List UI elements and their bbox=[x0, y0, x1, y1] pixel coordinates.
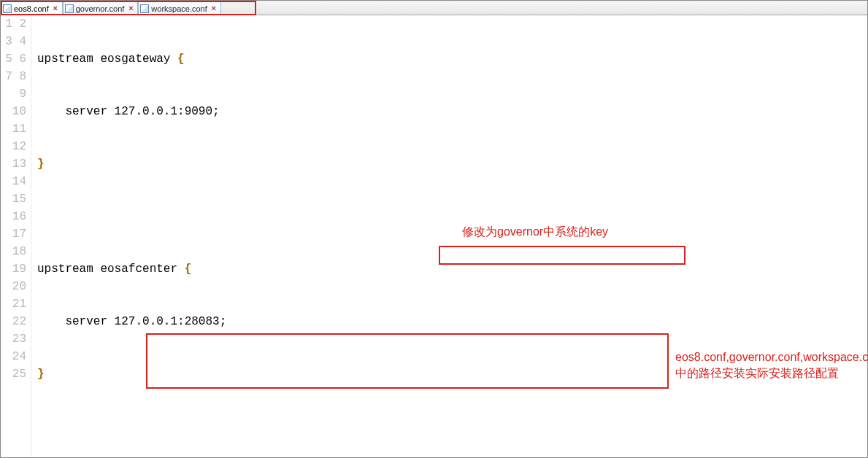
close-icon[interactable]: × bbox=[210, 5, 218, 12]
file-icon bbox=[140, 4, 149, 13]
editor-window: eos8.conf × governor.conf × workspace.co… bbox=[0, 0, 868, 458]
brace-close: } bbox=[37, 158, 45, 171]
line-number-gutter: 1 2 3 4 5 6 7 8 9 10 11 12 13 14 15 16 1… bbox=[1, 15, 31, 457]
annotation-text-key: 修改为governor中系统的key bbox=[462, 224, 608, 240]
brace-open: { bbox=[177, 53, 185, 66]
brace-open: { bbox=[185, 263, 192, 276]
close-icon[interactable]: × bbox=[127, 5, 134, 12]
tab-workspace-conf[interactable]: workspace.conf × bbox=[138, 1, 220, 15]
tab-label: eos8.conf bbox=[14, 4, 49, 13]
code-text: upstream eosgateway bbox=[37, 53, 177, 66]
file-icon bbox=[3, 4, 12, 13]
code-text: upstream eosafcenter bbox=[37, 263, 185, 276]
file-icon bbox=[65, 4, 74, 13]
tab-governor-conf[interactable]: governor.conf × bbox=[63, 1, 139, 15]
tab-label: governor.conf bbox=[76, 4, 125, 13]
tab-eos8-conf[interactable]: eos8.conf × bbox=[1, 1, 63, 15]
tab-label: workspace.conf bbox=[151, 4, 207, 13]
editor-area: 1 2 3 4 5 6 7 8 9 10 11 12 13 14 15 16 1… bbox=[1, 15, 867, 457]
close-icon[interactable]: × bbox=[52, 5, 59, 12]
code-area[interactable]: upstream eosgateway { server 127.0.0.1:9… bbox=[31, 15, 867, 457]
code-text: server 127.0.0.1:28083; bbox=[37, 315, 226, 328]
tab-bar: eos8.conf × governor.conf × workspace.co… bbox=[1, 1, 867, 15]
brace-close: } bbox=[37, 368, 45, 381]
code-text: server 127.0.0.1:9090; bbox=[37, 105, 220, 118]
